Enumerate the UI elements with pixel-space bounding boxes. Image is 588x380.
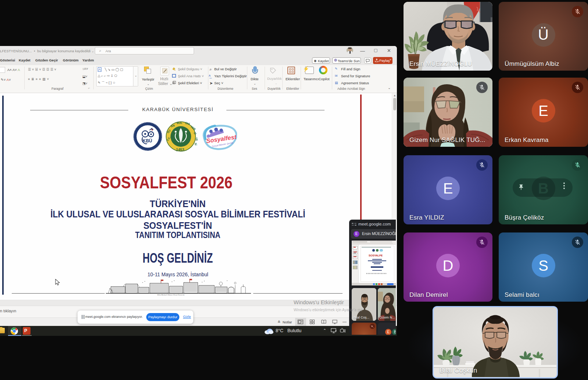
svg-text:BUL: BUL xyxy=(177,121,183,125)
svg-text:Sİ: Sİ xyxy=(194,143,197,145)
svg-text:2007: 2007 xyxy=(145,145,150,148)
svg-text:KBÜ: KBÜ xyxy=(143,138,152,143)
svg-text:1453: 1453 xyxy=(176,148,184,152)
svg-text:Bilim Merkezli Öğrenci Dostu Ü: Bilim Merkezli Öğrenci Dostu Üniversite xyxy=(157,294,184,296)
